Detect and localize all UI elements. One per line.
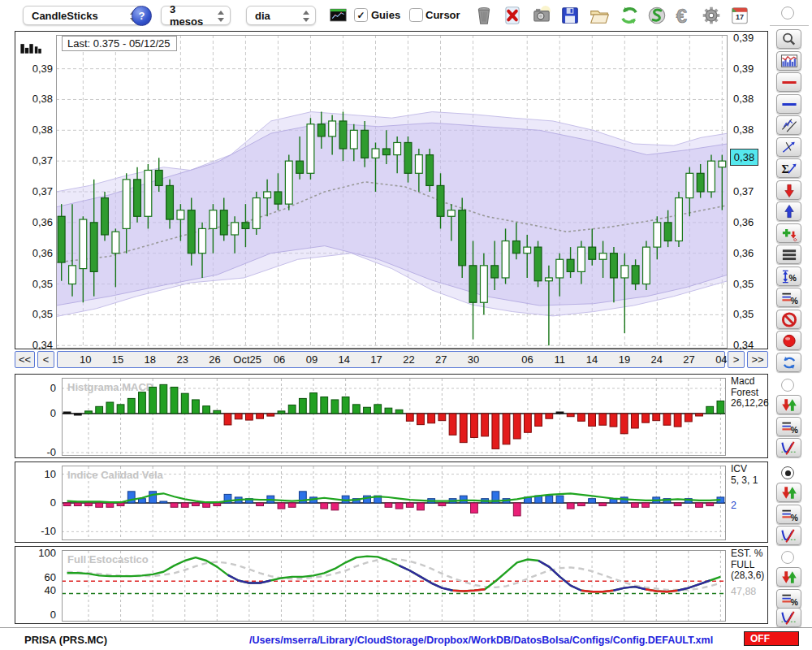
date-tick-label: 06: [266, 353, 293, 366]
euro-button[interactable]: [672, 4, 695, 27]
cursor-checkbox[interactable]: [409, 8, 423, 22]
price-tick-left: 0,36: [32, 247, 53, 259]
candlestick-chart-panel: 0,390,380,380,370,370,360,360,350,350,34…: [15, 31, 768, 349]
stoch-y-axis: 10060400: [30, 547, 58, 623]
price-tick-left: 0,38: [32, 93, 53, 105]
macd-active-radio[interactable]: [781, 379, 794, 392]
macd-y-axis: 00-0: [30, 375, 58, 457]
calendar-button[interactable]: 17: [728, 4, 751, 27]
stoch-wave-button[interactable]: [776, 608, 801, 627]
mini-chart-button[interactable]: [328, 6, 348, 24]
y-tick-label: 0: [50, 382, 56, 394]
y-tick-label: 0: [50, 407, 56, 419]
off-toggle-badge[interactable]: OFF: [744, 631, 799, 646]
price-tick-left: 0,38: [32, 124, 53, 136]
chevron-updown-icon: [217, 10, 225, 23]
channel-tool-button[interactable]: [776, 115, 801, 135]
price-tick-left: 0,35: [32, 278, 53, 290]
price-tick-right: 0,35: [733, 308, 754, 320]
date-tick-label: 26: [201, 353, 228, 366]
sum-trend-button[interactable]: [776, 158, 801, 178]
open-folder-button[interactable]: [588, 4, 611, 27]
chart-type-select[interactable]: CandleSticks: [23, 6, 143, 25]
range-percent-button[interactable]: [776, 266, 801, 286]
icv-active-radio[interactable]: [781, 466, 794, 479]
volume-chart-button[interactable]: [776, 51, 801, 71]
price-axis-left: 0,390,380,380,370,370,360,360,350,350,34: [19, 32, 53, 349]
lines-percent-button[interactable]: [776, 288, 801, 307]
date-tick-label: 18: [136, 353, 164, 366]
zoom-tool-button[interactable]: [776, 29, 801, 49]
price-tick-right: 0,38: [733, 124, 754, 136]
y-tick-label: 40: [45, 584, 56, 596]
y-tick-label: 0: [50, 496, 56, 509]
icv-value: 2: [731, 500, 736, 511]
sync-globe-button[interactable]: [646, 4, 668, 27]
guies-checkbox[interactable]: [354, 8, 368, 22]
candlestick-plot[interactable]: [56, 35, 728, 349]
date-tick-label: 17: [363, 353, 391, 366]
price-tick-left: 0,37: [32, 154, 53, 167]
stoch-value: 47,88: [731, 586, 756, 597]
trash-button[interactable]: [473, 4, 495, 27]
blue-hline-button[interactable]: [776, 94, 801, 114]
trading-app-window: CandleSticks ? 3 mesos dia Guies Cursor …: [0, 0, 812, 650]
macd-lines-percent-button[interactable]: [776, 417, 801, 436]
settings-gear-button[interactable]: [700, 4, 723, 27]
macd-wave-button[interactable]: [776, 438, 801, 457]
chart-type-value: CandleSticks: [32, 10, 98, 22]
macd-plot: [62, 378, 726, 456]
price-tick-left: 0,36: [32, 216, 53, 228]
price-tick-left: 0,35: [32, 308, 53, 320]
icv-arrows-button[interactable]: [776, 483, 801, 502]
price-tick-right: 0,38: [733, 93, 754, 105]
price-tick-right: 0,37: [733, 185, 754, 197]
price-tick-left: 0,34: [32, 339, 53, 351]
icv-y-axis: 100-10: [30, 462, 58, 542]
macd-panel: 00-0 Histgrama MACD MacdForest26,12,26: [15, 374, 768, 458]
date-tick-label: 06: [513, 353, 541, 366]
price-tick-left: 0,39: [32, 63, 53, 75]
save-button[interactable]: [559, 4, 581, 27]
macd-params-label: MacdForest26,12,26: [731, 376, 768, 410]
main-panel-radio[interactable]: [781, 6, 794, 20]
arrow-down-button[interactable]: [776, 180, 801, 200]
stoch-params-label: EST. %FULL(28,3,6): [731, 548, 768, 582]
y-tick-label: -0: [46, 446, 56, 458]
forbidden-button[interactable]: [776, 310, 801, 329]
price-tick-right: 0,36: [733, 216, 754, 228]
delete-x-button[interactable]: [501, 4, 524, 27]
icv-wave-button[interactable]: [776, 526, 801, 545]
scroll-left-button[interactable]: <: [37, 351, 54, 368]
list-bars-button[interactable]: [776, 245, 801, 264]
interval-select[interactable]: dia: [246, 6, 316, 25]
scroll-far-right-button[interactable]: >>: [747, 351, 768, 368]
trend-line-button[interactable]: [776, 137, 801, 157]
icv-lines-percent-button[interactable]: [776, 505, 801, 524]
scroll-far-left-button[interactable]: <<: [15, 351, 35, 368]
stoch-arrows-button[interactable]: [776, 567, 801, 587]
stoch-active-radio[interactable]: [781, 551, 794, 564]
refresh-button[interactable]: [618, 4, 641, 27]
camera-button[interactable]: [530, 4, 553, 27]
date-tick-label: 30: [460, 353, 487, 366]
record-dot-button[interactable]: [776, 331, 801, 350]
arrow-up-button[interactable]: [776, 202, 801, 221]
config-path-label: /Users/mserra/Library/CloudStorage/Dropb…: [249, 635, 713, 646]
period-select[interactable]: 3 mesos: [161, 6, 231, 25]
date-axis-strip[interactable]: 1015182326Oct250609141722273006111419242…: [57, 351, 725, 368]
y-tick-label: 60: [45, 571, 56, 583]
date-tick-label: Oct25: [233, 353, 261, 366]
symbol-label: PRISA (PRS.MC): [24, 634, 107, 646]
status-bar: PRISA (PRS.MC) /Users/mserra/Library/Clo…: [0, 627, 812, 650]
icv-panel: 100-10 Indice Calidad Vela ICV5, 3, 1 2: [15, 462, 768, 543]
red-hline-button[interactable]: [776, 72, 801, 92]
date-tick-label: 27: [676, 353, 703, 366]
help-button[interactable]: ?: [132, 6, 152, 26]
add-signal-button[interactable]: [776, 223, 801, 243]
stoch-lines-percent-button[interactable]: [776, 589, 801, 609]
macd-arrows-button[interactable]: [776, 395, 801, 414]
date-tick-label: 15: [104, 353, 132, 366]
scroll-right-button[interactable]: >: [728, 351, 745, 368]
refresh-pair-button[interactable]: [776, 353, 801, 372]
